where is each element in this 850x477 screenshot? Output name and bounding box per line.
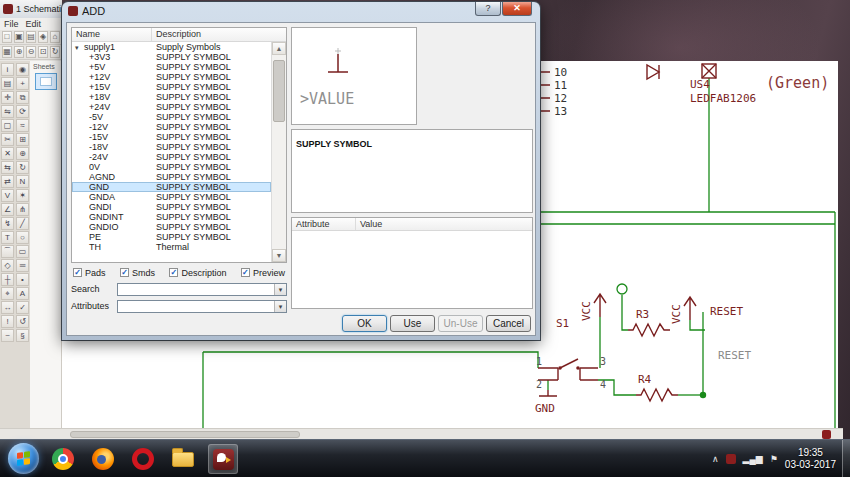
checkbox-box[interactable]: ✓	[73, 268, 82, 277]
tool-dimension-icon[interactable]: ↔	[1, 301, 14, 314]
tool-polygon-icon[interactable]: ◇	[1, 259, 14, 272]
library-icon[interactable]: ⌂	[50, 31, 60, 43]
tool-mark-icon[interactable]: +	[16, 77, 29, 90]
taskbar-eagle-icon[interactable]	[208, 444, 238, 474]
tool-paste-icon[interactable]: ⊞	[16, 133, 29, 146]
scrollbar-thumb[interactable]	[273, 60, 285, 122]
print-icon[interactable]: ▤	[26, 31, 36, 43]
tool-text-icon[interactable]: T	[1, 231, 14, 244]
column-header-value[interactable]: Value	[356, 218, 382, 230]
attributes-input[interactable]: ▾	[117, 300, 287, 313]
tool-cut-icon[interactable]: ✂	[1, 133, 14, 146]
tree-row[interactable]: THThermal	[72, 242, 271, 252]
checkbox-preview[interactable]: ✓Preview	[241, 266, 285, 279]
tool-show-icon[interactable]: ◉	[16, 63, 29, 76]
tool-pinswap-icon[interactable]: ⇆	[1, 161, 14, 174]
menu-edit[interactable]: Edit	[26, 19, 42, 29]
taskbar-folder-icon[interactable]	[168, 444, 198, 474]
tool-add-icon[interactable]: ⊕	[16, 147, 29, 160]
dialog-help-button[interactable]: ?	[475, 2, 501, 16]
dialog-titlebar[interactable]: ADD	[62, 2, 540, 20]
tree-row[interactable]: +5VSUPPLY SYMBOL	[72, 62, 271, 72]
tool-ripup-icon[interactable]: ↺	[16, 315, 29, 328]
tool-rect-icon[interactable]: ▭	[16, 245, 29, 258]
tree-expander-icon[interactable]: ▾	[75, 43, 84, 52]
checkbox-box[interactable]: ✓	[169, 268, 178, 277]
tool-copy-icon[interactable]: ⧉	[16, 91, 29, 104]
tree-row[interactable]: +24VSUPPLY SYMBOL	[72, 102, 271, 112]
tool-attribute-icon[interactable]: A	[16, 287, 29, 300]
scroll-down-icon[interactable]: ▼	[272, 249, 286, 262]
tree-row[interactable]: AGNDSUPPLY SYMBOL	[72, 172, 271, 182]
zoom-fit-icon[interactable]: ⊡	[38, 46, 48, 58]
tree-row[interactable]: ▾supply1Supply Symbols	[72, 42, 271, 52]
checkbox-box[interactable]: ✓	[241, 268, 250, 277]
tool-invoke-icon[interactable]: ↯	[1, 217, 14, 230]
tree-row[interactable]: -18VSUPPLY SYMBOL	[72, 142, 271, 152]
cam-icon[interactable]: ◈	[38, 31, 48, 43]
tool-label-icon[interactable]: ⌖	[1, 287, 14, 300]
tree-row[interactable]: +12VSUPPLY SYMBOL	[72, 72, 271, 82]
eagle-tray-icon[interactable]	[726, 454, 736, 464]
library-scrollbar[interactable]: ▲ ▼	[271, 42, 286, 262]
tree-row[interactable]: GNDINTSUPPLY SYMBOL	[72, 212, 271, 222]
tree-row[interactable]: -12VSUPPLY SYMBOL	[72, 122, 271, 132]
taskbar-firefox-icon[interactable]	[88, 444, 118, 474]
tool-delete-icon[interactable]: ✕	[1, 147, 14, 160]
tool-bus-icon[interactable]: ═	[16, 259, 29, 272]
tree-row[interactable]: +18VSUPPLY SYMBOL	[72, 92, 271, 102]
checkbox-description[interactable]: ✓Description	[169, 266, 226, 279]
search-input[interactable]: ▾	[117, 283, 287, 296]
combo-arrow-icon[interactable]: ▾	[274, 301, 286, 312]
scrollbar-thumb[interactable]	[70, 431, 300, 438]
tool-mirror-icon[interactable]: ⇋	[1, 105, 14, 118]
scroll-up-icon[interactable]: ▲	[272, 42, 286, 55]
grid-icon[interactable]: ▦	[2, 46, 12, 58]
taskbar-opera-icon[interactable]	[128, 444, 158, 474]
checkbox-box[interactable]: ✓	[120, 268, 129, 277]
use-button[interactable]: Use	[390, 315, 435, 332]
open-icon[interactable]: □	[2, 31, 12, 43]
tool-junction-icon[interactable]: •	[16, 273, 29, 286]
tree-row[interactable]: GNDIOSUPPLY SYMBOL	[72, 222, 271, 232]
attribute-table-header[interactable]: Attribute Value	[292, 218, 532, 231]
save-icon[interactable]: ▣	[14, 31, 24, 43]
cancel-button[interactable]: Cancel	[486, 315, 531, 332]
show-desktop-button[interactable]	[842, 440, 850, 477]
combo-arrow-icon[interactable]: ▾	[274, 284, 286, 295]
taskbar-clock[interactable]: 19:35 03-03-2017	[785, 447, 836, 472]
tree-row[interactable]: +3V3SUPPLY SYMBOL	[72, 52, 271, 62]
tool-errors-icon[interactable]: !	[1, 315, 14, 328]
ok-button[interactable]: OK	[342, 315, 387, 332]
tool-net-icon[interactable]: ┼	[1, 273, 14, 286]
tool-erc-icon[interactable]: ✓	[16, 301, 29, 314]
tool-group-icon[interactable]: ▢	[1, 119, 14, 132]
checkbox-pads[interactable]: ✓Pads	[73, 266, 106, 279]
tool-optimize-icon[interactable]: ~	[1, 329, 14, 342]
tool-info-icon[interactable]: i	[1, 63, 14, 76]
tool-replace-icon[interactable]: ↻	[16, 161, 29, 174]
tree-row[interactable]: +15VSUPPLY SYMBOL	[72, 82, 271, 92]
tree-row[interactable]: GNDISUPPLY SYMBOL	[72, 202, 271, 212]
tray-expand-icon[interactable]: ∧	[712, 454, 719, 464]
zoom-in-icon[interactable]: ⊕	[14, 46, 24, 58]
tool-circle-icon[interactable]: ○	[16, 231, 29, 244]
tool-move-icon[interactable]: ✛	[1, 91, 14, 104]
tool-miter-icon[interactable]: ∠	[1, 203, 14, 216]
tool-name-icon[interactable]: N	[16, 175, 29, 188]
tool-gateswap-icon[interactable]: ⇄	[1, 175, 14, 188]
scrollbar-horizontal[interactable]	[0, 428, 843, 439]
tree-row[interactable]: -15VSUPPLY SYMBOL	[72, 132, 271, 142]
tool-smash-icon[interactable]: ✶	[16, 189, 29, 202]
tree-row[interactable]: 0VSUPPLY SYMBOL	[72, 162, 271, 172]
tree-row[interactable]: PESUPPLY SYMBOL	[72, 232, 271, 242]
tool-design-rules-icon[interactable]: §	[16, 329, 29, 342]
taskbar-chrome-icon[interactable]	[48, 444, 78, 474]
tool-change-icon[interactable]: ≈	[16, 119, 29, 132]
tree-row[interactable]: -5VSUPPLY SYMBOL	[72, 112, 271, 122]
column-header-name[interactable]: Name	[72, 28, 152, 41]
tool-arc-icon[interactable]: ⌒	[1, 245, 14, 258]
network-icon[interactable]: ▂▄▆	[743, 454, 763, 464]
column-header-attribute[interactable]: Attribute	[292, 218, 356, 230]
tree-row[interactable]: GNDSUPPLY SYMBOL	[72, 182, 271, 192]
